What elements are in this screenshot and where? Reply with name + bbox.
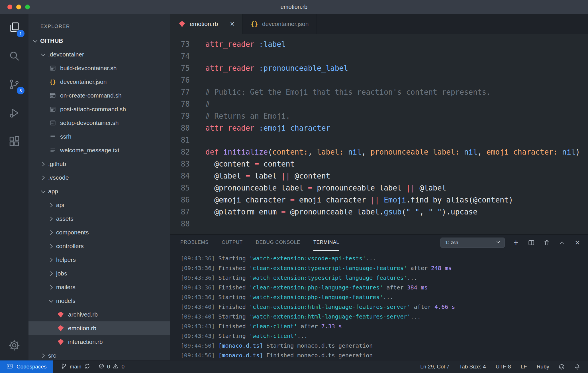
tree-item-github[interactable]: .github xyxy=(28,157,170,171)
token: attr_reader xyxy=(205,124,254,132)
tree-item-archived-rb[interactable]: archived.rb xyxy=(28,308,170,321)
eol-lf[interactable]: LF xyxy=(520,364,527,370)
tree-item-label: GITHUB xyxy=(40,37,63,44)
activity-search-button[interactable] xyxy=(0,42,28,71)
token: || xyxy=(370,196,379,204)
tree-item-interaction-rb[interactable]: interaction.rb xyxy=(28,335,170,349)
code-text: @platform_enum = @pronounceable_label.gs… xyxy=(190,206,477,218)
explorer-sidebar: EXPLORER GITHUB.devcontainerbuild-devcon… xyxy=(28,14,170,360)
code-line[interactable]: 80attr_reader :emoji_character xyxy=(170,122,588,134)
code-line[interactable]: 73attr_reader :label xyxy=(170,38,588,50)
code-line[interactable]: 82def initialize(content:, label: nil, p… xyxy=(170,146,588,158)
tree-item-models[interactable]: models xyxy=(28,294,170,308)
tree-item-vscode[interactable]: .vscode xyxy=(28,171,170,185)
tab-label: emotion.rb xyxy=(190,21,218,27)
tree-item-build-devcontainer-sh[interactable]: build-devcontainer.sh xyxy=(28,61,170,75)
kill-terminal-button[interactable] xyxy=(542,238,551,247)
activity-explorer-button[interactable]: 1 xyxy=(0,14,28,42)
settings-gear-button[interactable] xyxy=(0,332,28,360)
maximize-panel-button[interactable] xyxy=(558,238,566,247)
code-line[interactable]: 85 @pronounceable_label = pronounceable_… xyxy=(170,182,588,194)
activity-extensions-button[interactable] xyxy=(0,128,28,156)
code-line[interactable]: 79# Returns an Emoji. xyxy=(170,110,588,122)
notifications-bell-button[interactable] xyxy=(574,364,581,370)
tree-item-api[interactable]: api xyxy=(28,198,170,212)
tree-item-assets[interactable]: assets xyxy=(28,212,170,226)
split-terminal-button[interactable] xyxy=(527,238,536,247)
code-line[interactable]: 76 xyxy=(170,74,588,86)
terminal-selector[interactable]: 1: zsh xyxy=(440,238,505,248)
tree-item-devcontainer[interactable]: .devcontainer xyxy=(28,48,170,61)
tree-item-label: components xyxy=(56,229,89,236)
tree-item-controllers[interactable]: controllers xyxy=(28,239,170,253)
line-number: 77 xyxy=(170,86,190,98)
problems-button[interactable]: 0 0 xyxy=(98,363,124,371)
token: @pronounceable_label xyxy=(205,184,308,192)
code-line[interactable]: 87 @platform_enum = @pronounceable_label… xyxy=(170,206,588,218)
new-terminal-button[interactable]: + xyxy=(512,238,520,247)
code-line[interactable]: 84 @label = label || @content xyxy=(170,170,588,182)
code-line[interactable]: 88 xyxy=(170,218,588,230)
tree-item-setup-devcontainer-sh[interactable]: setup-devcontainer.sh xyxy=(28,116,170,130)
panel-tab-output[interactable]: OUTPUT xyxy=(222,235,242,251)
terminal-token: [09:43:40] xyxy=(181,313,218,320)
panel-tab-problems[interactable]: PROBLEMS xyxy=(180,235,209,251)
tree-root-github[interactable]: GITHUB xyxy=(28,34,170,48)
panel-tab-debug-console[interactable]: DEBUG CONSOLE xyxy=(256,235,300,251)
tree-item-components[interactable]: components xyxy=(28,226,170,239)
status-bar: Codespaces main 0 0 Ln 29, Col 7Tab Size… xyxy=(0,360,588,373)
tree-item-devcontainer-json[interactable]: {}devcontainer.json xyxy=(28,75,170,89)
terminal-token: 'clean-extension:php-language-features' xyxy=(249,284,383,291)
tree-item-welcome-message-txt[interactable]: welcome_message.txt xyxy=(28,143,170,157)
codespaces-remote-button[interactable]: Codespaces xyxy=(0,360,53,373)
tree-item-src[interactable]: src xyxy=(28,349,170,360)
language-mode[interactable]: Ruby xyxy=(537,364,549,370)
terminal-token: ... xyxy=(366,255,376,262)
token: content: xyxy=(272,148,308,156)
code-line[interactable]: 74 xyxy=(170,50,588,62)
code-line[interactable]: 83 @content = content xyxy=(170,158,588,170)
tab-size[interactable]: Tab Size: 4 xyxy=(459,364,486,370)
token: = xyxy=(308,184,313,192)
tree-item-helpers[interactable]: helpers xyxy=(28,253,170,267)
panel-tab-terminal[interactable]: TERMINAL xyxy=(313,235,339,251)
close-window-button[interactable] xyxy=(7,5,12,9)
tree-item-ssrh[interactable]: ssrh xyxy=(28,130,170,143)
activity-source-control-button[interactable]: 8 xyxy=(0,71,28,99)
token: pronounceable_label: xyxy=(370,148,460,156)
tab-emotion-rb[interactable]: emotion.rb × xyxy=(170,14,243,34)
tree-item-on-create-command-sh[interactable]: on-create-command.sh xyxy=(28,89,170,102)
terminal-line: [09:44:56] [monaco.d.ts] Finished monaco… xyxy=(181,350,588,360)
encoding-utf8[interactable]: UTF-8 xyxy=(496,364,511,370)
zoom-window-button[interactable] xyxy=(25,5,30,9)
tree-item-label: emotion.rb xyxy=(68,325,96,332)
tree-item-post-attach-command-sh[interactable]: post-attach-command.sh xyxy=(28,102,170,116)
close-tab-icon[interactable]: × xyxy=(230,20,234,28)
git-branch-button[interactable]: main xyxy=(61,363,90,371)
code-line[interactable]: 75attr_reader :pronounceable_label xyxy=(170,62,588,74)
tab-devcontainer-json[interactable]: {} devcontainer.json xyxy=(243,14,317,34)
tree-item-mailers[interactable]: mailers xyxy=(28,280,170,294)
code-line[interactable]: 81 xyxy=(170,134,588,146)
feedback-smiley-button[interactable] xyxy=(558,364,565,370)
code-line[interactable]: 86 @emoji_character = emoji_character ||… xyxy=(170,194,588,206)
activity-run-debug-button[interactable] xyxy=(0,99,28,128)
tree-item-emotion-rb[interactable]: emotion.rb xyxy=(28,321,170,335)
line-number: 78 xyxy=(170,98,190,110)
terminal-line: [09:43:36] Starting 'watch-extension:vsc… xyxy=(181,254,588,263)
code-line[interactable]: 78# xyxy=(170,98,588,110)
code-line[interactable]: 77# Public: Get the Emoji that this reac… xyxy=(170,86,588,98)
file-tree: GITHUB.devcontainerbuild-devcontainer.sh… xyxy=(28,34,170,360)
token: @pronounceable_label. xyxy=(286,208,384,216)
code-text: # Returns an Emoji. xyxy=(190,110,290,122)
terminal-output[interactable]: [09:43:36] Starting 'watch-extension:vsc… xyxy=(170,251,588,360)
code-editor[interactable]: 73attr_reader :label7475attr_reader :pro… xyxy=(170,34,588,248)
minimize-window-button[interactable] xyxy=(16,5,21,9)
tree-item-jobs[interactable]: jobs xyxy=(28,267,170,280)
close-panel-button[interactable]: × xyxy=(573,238,582,247)
token: content xyxy=(259,160,295,168)
tree-item-label: ssrh xyxy=(60,133,72,140)
terminal-token: 248 ms xyxy=(431,265,452,271)
tree-item-app[interactable]: app xyxy=(28,185,170,198)
cursor-position[interactable]: Ln 29, Col 7 xyxy=(420,364,449,370)
